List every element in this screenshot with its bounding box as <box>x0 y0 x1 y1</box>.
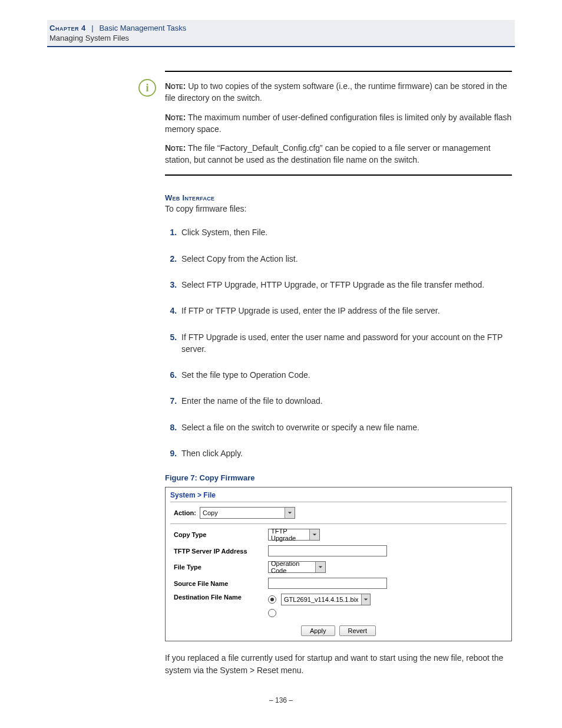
step-item: Click System, then File. <box>179 226 512 238</box>
note-text: The file “Factory_Default_Config.cfg” ca… <box>165 143 491 164</box>
server-ip-label: TFTP Server IP Address <box>174 548 268 555</box>
header-separator: | <box>91 24 93 32</box>
page-header: Chapter 4 | Basic Management Tasks Manag… <box>47 20 515 47</box>
file-type-select[interactable]: Operation Code <box>268 561 326 573</box>
section-heading: Web Interface <box>165 193 512 202</box>
after-figure-text: If you replaced a file currently used fo… <box>165 652 512 676</box>
action-select[interactable]: Copy <box>200 507 295 519</box>
note-label: Note: <box>165 143 186 153</box>
dest-file-label: Destination File Name <box>174 594 268 601</box>
note-label: Note: <box>165 81 186 91</box>
chapter-label: Chapter 4 <box>49 24 86 32</box>
step-item: Enter the name of the file to download. <box>179 395 512 407</box>
chevron-down-icon <box>315 562 325 572</box>
figure-caption: Figure 7: Copy Firmware <box>165 473 512 482</box>
chevron-down-icon <box>361 594 370 605</box>
note-label: Note: <box>165 113 186 122</box>
steps-list: Click System, then File. Select Copy fro… <box>165 226 512 459</box>
dest-new-radio[interactable] <box>268 609 276 617</box>
step-item: Then click Apply. <box>179 447 512 459</box>
server-ip-input[interactable] <box>268 545 387 556</box>
step-item: Select a file on the switch to overwrite… <box>179 421 512 433</box>
source-file-input[interactable] <box>268 578 387 589</box>
ui-breadcrumb: System > File <box>166 487 511 502</box>
section-intro: To copy firmware files: <box>165 203 512 215</box>
file-type-label: File Type <box>174 564 268 571</box>
note-item: Note: Up to two copies of the system sof… <box>165 80 512 104</box>
copy-type-select[interactable]: TFTP Upgrade <box>268 529 320 541</box>
note-item: Note: The file “Factory_Default_Config.c… <box>165 142 512 166</box>
dest-file-value: GTL2691_v114.4.15.1.bix <box>282 596 361 603</box>
note-block: Note: Up to two copies of the system sof… <box>165 71 512 176</box>
step-item: Select Copy from the Action list. <box>179 253 512 265</box>
revert-button[interactable]: Revert <box>339 625 376 636</box>
note-text: The maximum number of user-defined confi… <box>165 113 511 134</box>
copy-type-label: Copy Type <box>174 531 268 538</box>
section-subtitle: Managing System Files <box>49 34 515 42</box>
chapter-title: Basic Management Tasks <box>99 24 186 32</box>
note-item: Note: The maximum number of user-defined… <box>165 111 512 136</box>
step-item: Select FTP Upgrade, HTTP Upgrade, or TFT… <box>179 279 512 291</box>
note-text: Up to two copies of the system software … <box>165 81 507 103</box>
step-item: If FTP Upgrade is used, enter the user n… <box>179 331 512 355</box>
file-type-value: Operation Code <box>269 560 315 574</box>
page-number: – 136 – <box>0 696 562 704</box>
apply-button[interactable]: Apply <box>301 625 335 636</box>
dest-existing-radio[interactable] <box>268 595 276 604</box>
step-item: If FTP or TFTP Upgrade is used, enter th… <box>179 305 512 317</box>
action-value: Copy <box>200 509 285 516</box>
step-item: Set the file type to Operation Code. <box>179 369 512 381</box>
chevron-down-icon <box>285 508 295 518</box>
info-icon <box>138 79 156 97</box>
source-file-label: Source File Name <box>174 580 268 587</box>
copy-type-value: TFTP Upgrade <box>269 528 309 542</box>
ui-screenshot-panel: System > File Action: Copy Copy Type TFT… <box>165 487 512 641</box>
dest-file-select[interactable]: GTL2691_v114.4.15.1.bix <box>281 594 371 605</box>
action-label: Action: <box>174 509 200 516</box>
chevron-down-icon <box>309 529 319 540</box>
